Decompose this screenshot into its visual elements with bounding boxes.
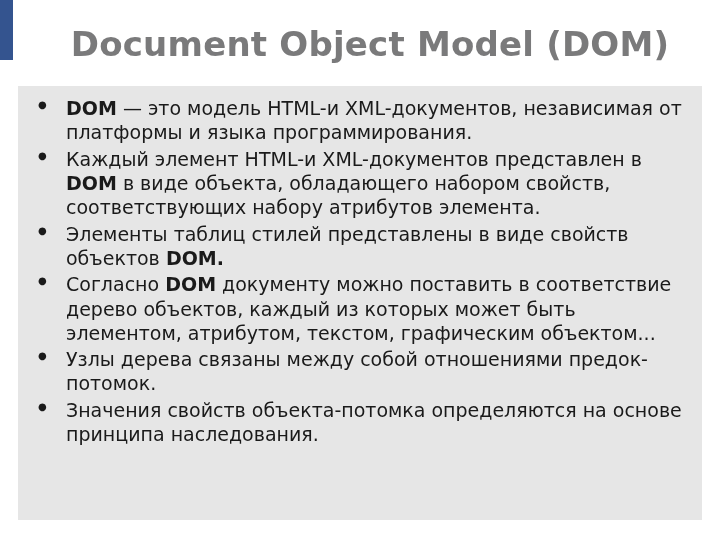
text-segment: в виде объекта, обладающего набором свой… bbox=[66, 172, 610, 218]
bullet-item: DOM — это модель HTML-и XML-документов, … bbox=[60, 96, 688, 145]
text-segment: DOM bbox=[66, 97, 117, 119]
bullet-item: Каждый элемент HTML-и XML-документов пре… bbox=[60, 147, 688, 220]
text-segment: DOM. bbox=[166, 247, 224, 269]
text-segment: Значения свойств объекта-потомка определ… bbox=[66, 399, 682, 445]
content-box: DOM — это модель HTML-и XML-документов, … bbox=[18, 86, 702, 520]
text-segment: Элементы таблиц стилей представлены в ви… bbox=[66, 223, 629, 269]
bullet-item: Элементы таблиц стилей представлены в ви… bbox=[60, 222, 688, 271]
bullet-item: Согласно DOM документу можно поставить в… bbox=[60, 272, 688, 345]
text-segment: Узлы дерева связаны между собой отношени… bbox=[66, 348, 648, 394]
slide: Document Object Model (DOM) DOM — это мо… bbox=[0, 0, 720, 540]
slide-title: Document Object Model (DOM) bbox=[40, 24, 700, 64]
text-segment: DOM bbox=[165, 273, 216, 295]
bullet-item: Значения свойств объекта-потомка определ… bbox=[60, 398, 688, 447]
text-segment: Каждый элемент HTML-и XML-документов пре… bbox=[66, 148, 642, 170]
text-segment: DOM bbox=[66, 172, 117, 194]
text-segment: Согласно bbox=[66, 273, 165, 295]
corner-accent bbox=[0, 0, 13, 60]
bullet-list: DOM — это модель HTML-и XML-документов, … bbox=[32, 96, 688, 446]
bullet-item: Узлы дерева связаны между собой отношени… bbox=[60, 347, 688, 396]
text-segment: — это модель HTML-и XML-документов, неза… bbox=[66, 97, 682, 143]
